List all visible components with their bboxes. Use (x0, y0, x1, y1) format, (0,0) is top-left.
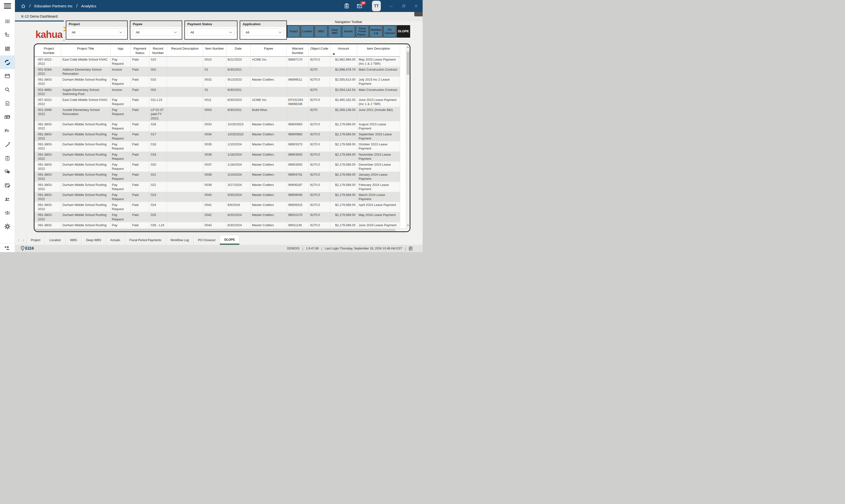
sheet-tab-actuals[interactable]: Actuals (106, 235, 125, 245)
table-row[interactable]: 091-3803-2022Durham Middle School Roofin… (34, 202, 400, 212)
close-icon[interactable] (414, 4, 418, 8)
punch-list-icon[interactable] (0, 179, 15, 192)
table-row[interactable]: 001-4893-2022Argyle Elementary School Sw… (34, 87, 400, 97)
sync-icon[interactable] (0, 55, 15, 69)
apps-grid-icon[interactable] (0, 14, 15, 28)
column-header-record-number[interactable]: Record Number (149, 44, 167, 56)
horizontal-scroll-thumb[interactable] (35, 229, 395, 231)
menu-icon[interactable] (0, 0, 15, 12)
breadcrumb-page[interactable]: Analytics (81, 4, 96, 8)
scroll-up-icon[interactable] (407, 46, 409, 48)
nav-button-wbs[interactable]: WBS (314, 25, 328, 38)
table-row[interactable]: 091-3803-2022Durham Middle School Roofin… (34, 192, 400, 202)
payment-status-filter-select[interactable]: All (187, 29, 235, 36)
home-icon[interactable] (21, 4, 26, 8)
nav-button-deep-wbs[interactable]: Deep WBS (328, 25, 341, 38)
table-row[interactable]: 091-3803-2022Durham Middle School Roofin… (34, 77, 400, 87)
tab-k12-demo-dashboard[interactable]: K-12 Demo Dashboard (15, 12, 64, 21)
process-map-icon[interactable] (0, 28, 15, 42)
scroll-down-icon[interactable] (407, 225, 409, 226)
column-header-item-description[interactable]: Item Description (357, 44, 400, 56)
system-health-icon[interactable] (409, 246, 413, 251)
sheet-tab-fiscal-period-payments[interactable]: Fiscal Period Payments (125, 235, 166, 245)
sheet-next-icon[interactable] (21, 235, 25, 245)
column-header-project-title[interactable]: Project Title (61, 44, 110, 56)
nav-button-po-closeout[interactable]: PO Closeout (383, 25, 396, 38)
svg-text:Pr: Pr (5, 128, 9, 133)
dashboards-icon[interactable] (0, 42, 15, 55)
restore-icon[interactable] (401, 4, 406, 8)
nav-button-dlope[interactable]: DLOPE (397, 25, 410, 38)
sort-descending-icon (333, 54, 335, 55)
column-header-record-description[interactable]: Record Description (167, 44, 203, 56)
trademark-symbol: ™ (63, 39, 65, 42)
table-row[interactable]: 057-3022-2022East Cobb Middle School HVA… (34, 56, 400, 67)
column-header-date[interactable]: Date (226, 44, 251, 56)
settings-gear-icon[interactable] (0, 220, 15, 233)
column-header-payee[interactable]: Payee (251, 44, 287, 56)
chevron-down-icon (229, 30, 232, 33)
filter-payment-status: Payment StatusAll (185, 20, 238, 40)
filter-label: Application (240, 21, 287, 27)
table-row[interactable]: 091-3803-2022Durham Middle School Roofin… (34, 121, 400, 131)
horizontal-scrollbar[interactable] (34, 228, 410, 231)
table-row[interactable]: 001-2949-2022Austell Elementary School R… (34, 107, 400, 121)
table-row[interactable]: 091-3803-2022Durham Middle School Roofin… (34, 182, 400, 192)
table-row[interactable]: 091-3803-2022Durham Middle School Roofin… (34, 141, 400, 151)
ei24-logo: EI24 (20, 246, 34, 251)
nav-button-project[interactable]: Project (287, 25, 300, 38)
top-actions: 18 TT (344, 1, 422, 11)
sheet-tab-project[interactable]: Project (26, 235, 45, 245)
vertical-scrollbar[interactable] (406, 44, 410, 228)
project-filter-select[interactable]: All (69, 29, 125, 36)
projects-icon[interactable]: Pr (0, 124, 15, 138)
table-row[interactable]: 091-3803-2022Durham Middle School Roofin… (34, 212, 400, 222)
table-row[interactable]: 091-3803-2022Durham Middle School Roofin… (34, 131, 400, 141)
table-row[interactable]: 091-3803-2022Durham Middle School Roofin… (34, 222, 400, 228)
column-header-payment-status[interactable]: Payment Status (131, 44, 149, 56)
nav-button-actuals[interactable]: Actuals (342, 25, 355, 38)
nav-button-workflow-log[interactable]: Workflow Log (369, 25, 383, 38)
payments-icon[interactable] (0, 110, 15, 124)
column-header-project-number[interactable]: Project Number (34, 44, 61, 56)
user-avatar[interactable]: TT (372, 1, 381, 11)
sheet-tab-deep-wbs[interactable]: Deep WBS (82, 235, 106, 245)
column-header-warrant-number[interactable]: Warrant Number (287, 44, 309, 56)
column-header-item-number[interactable]: Item Number (203, 44, 226, 56)
invoice-document-icon[interactable]: $ (0, 96, 15, 110)
column-header-amount[interactable]: Amount (330, 44, 357, 56)
breadcrumb-org[interactable]: Education Partners Inc (34, 4, 73, 8)
application-filter-select[interactable]: All (243, 29, 284, 36)
filter-application: ApplicationAll (240, 20, 287, 40)
sheet-tab-dlope[interactable]: DLOPE (220, 235, 239, 245)
sheet-prev-icon[interactable] (17, 235, 21, 245)
clipboard-icon[interactable] (344, 3, 349, 9)
messages-icon[interactable] (0, 165, 15, 179)
sheet-tab-po-closeout[interactable]: PO Closeout (193, 235, 220, 245)
milestones-icon[interactable] (0, 138, 15, 151)
table-row[interactable]: 001-9284-2022Addison Elementary School R… (34, 67, 400, 76)
minimize-icon[interactable] (389, 4, 393, 8)
mail-icon[interactable]: 18 (356, 3, 363, 9)
side-panel-handle[interactable] (414, 12, 422, 16)
nav-button-location[interactable]: Location (300, 25, 314, 38)
sheet-tab-wbs[interactable]: WBS (66, 235, 82, 245)
payee-filter-select[interactable]: All (133, 29, 179, 36)
table-row[interactable]: 091-3803-2022Durham Middle School Roofin… (34, 172, 400, 182)
vertical-scroll-thumb[interactable] (407, 52, 409, 75)
column-header-object-code[interactable]: Object Code (309, 44, 330, 56)
search-icon[interactable] (0, 83, 15, 96)
table-row[interactable]: 057-3022-2022East Cobb Middle School HVA… (34, 97, 400, 107)
table-row[interactable]: 091-3803-2022Durham Middle School Roofin… (34, 151, 400, 161)
task-clipboard-icon[interactable] (0, 151, 15, 165)
community-icon[interactable] (0, 206, 15, 220)
calendar-icon[interactable] (0, 69, 15, 83)
add-user-icon[interactable] (0, 243, 15, 252)
table-row[interactable]: 091-3803-2022Durham Middle School Roofin… (34, 161, 400, 172)
column-header-app[interactable]: App (110, 44, 131, 56)
contacts-icon[interactable] (0, 192, 15, 206)
nav-button-fiscal-period-payme[interactable]: Fiscal Period Payme... (356, 25, 369, 38)
sheet-tab-workflow-log[interactable]: Workflow Log (166, 235, 194, 245)
svg-text:$: $ (6, 102, 8, 105)
sheet-tab-location[interactable]: Location (45, 235, 66, 245)
